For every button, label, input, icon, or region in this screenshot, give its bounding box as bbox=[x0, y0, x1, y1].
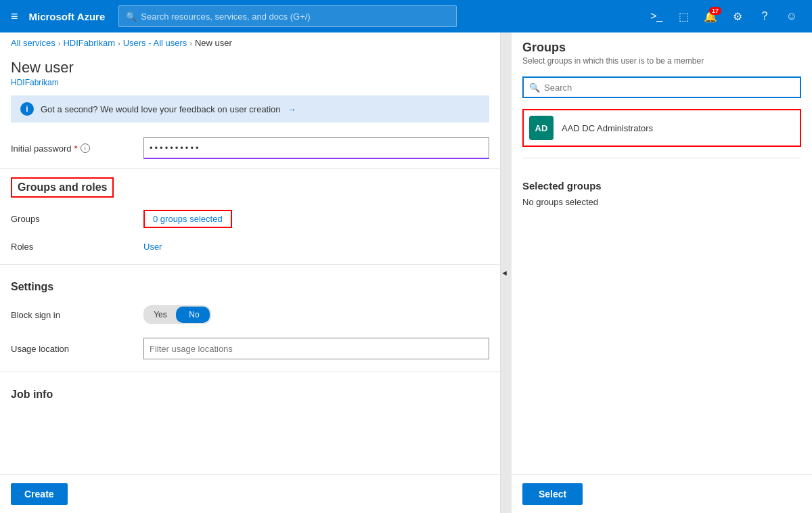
arrow-icon: ◄ bbox=[501, 269, 508, 277]
search-icon: 🔍 bbox=[126, 12, 137, 22]
global-search-box[interactable]: 🔍 Search resources, services, and docs (… bbox=[118, 5, 457, 27]
bottom-action-bar: Create bbox=[0, 474, 500, 513]
page-title: New user bbox=[11, 59, 489, 76]
nav-right-icons: >_ ⬚ 🔔 17 ⚙ ? ☺ bbox=[644, 4, 804, 28]
feedback-link[interactable]: → bbox=[288, 104, 296, 114]
password-section: Initial password * i bbox=[0, 131, 500, 166]
block-signin-toggle[interactable]: Yes No bbox=[143, 305, 211, 324]
usage-location-input[interactable] bbox=[143, 338, 489, 359]
toggle-yes-label: Yes bbox=[143, 310, 177, 319]
groups-roles-section: Groups and roles Groups 0 groups selecte… bbox=[0, 172, 500, 259]
groups-label: Groups bbox=[11, 214, 133, 224]
roles-link[interactable]: User bbox=[143, 242, 162, 252]
settings-section: Settings Block sign in Yes No Usage loca… bbox=[0, 275, 500, 366]
portal-feedback-icon[interactable]: ⬚ bbox=[671, 4, 696, 28]
right-panel: Groups Select groups in which this user … bbox=[512, 32, 812, 513]
group-avatar-aad: AD bbox=[529, 116, 554, 140]
breadcrumb-hdi[interactable]: HDIFabrikam bbox=[63, 38, 115, 48]
required-indicator: * bbox=[74, 143, 78, 154]
groups-row: Groups 0 groups selected bbox=[11, 203, 489, 235]
settings-heading: Settings bbox=[11, 275, 489, 298]
feedback-text: Got a second? We would love your feedbac… bbox=[41, 104, 281, 114]
select-button[interactable]: Select bbox=[522, 483, 583, 505]
feedback-banner: i Got a second? We would love your feedb… bbox=[11, 95, 489, 122]
block-signin-label: Block sign in bbox=[11, 310, 133, 320]
roles-row: Roles User bbox=[11, 235, 489, 259]
groups-search-input[interactable] bbox=[544, 83, 794, 93]
job-info-heading: Job info bbox=[11, 383, 489, 406]
password-input[interactable] bbox=[143, 137, 489, 159]
select-button-container: Select bbox=[512, 474, 812, 513]
group-item-aad[interactable]: AD AAD DC Administrators bbox=[522, 109, 801, 147]
usage-location-row: Usage location bbox=[11, 331, 489, 366]
main-layout: All services › HDIFabrikam › Users - All… bbox=[0, 32, 812, 513]
collapse-panel-arrow[interactable]: ◄ bbox=[501, 32, 512, 513]
breadcrumb-all-services[interactable]: All services bbox=[11, 38, 55, 48]
selected-groups-title: Selected groups bbox=[522, 180, 801, 192]
breadcrumb-users[interactable]: Users - All users bbox=[123, 38, 187, 48]
breadcrumb-sep-3: › bbox=[189, 39, 192, 47]
info-icon: i bbox=[20, 102, 34, 116]
notification-badge: 17 bbox=[709, 7, 721, 15]
search-placeholder-text: Search resources, services, and docs (G+… bbox=[141, 12, 310, 22]
breadcrumb-sep-1: › bbox=[58, 39, 61, 47]
help-icon[interactable]: ? bbox=[752, 4, 777, 28]
page-header: New user HDIFabrikam bbox=[0, 53, 500, 95]
toggle-no-label: No bbox=[177, 310, 211, 319]
cloud-shell-icon[interactable]: >_ bbox=[644, 4, 669, 28]
groups-selected-button[interactable]: 0 groups selected bbox=[143, 210, 232, 228]
top-navigation: ≡ Microsoft Azure 🔍 Search resources, se… bbox=[0, 0, 812, 32]
selected-groups-section: Selected groups No groups selected bbox=[512, 169, 812, 218]
page-subtitle: HDIFabrikam bbox=[11, 78, 489, 87]
right-panel-subtitle: Select groups in which this user is to b… bbox=[522, 56, 801, 66]
group-name-aad: AAD DC Administrators bbox=[562, 123, 653, 133]
no-groups-text: No groups selected bbox=[522, 197, 801, 207]
group-list: AD AAD DC Administrators bbox=[512, 104, 812, 152]
user-profile-icon[interactable]: ☺ bbox=[780, 4, 804, 28]
search-box-icon: 🔍 bbox=[529, 83, 540, 93]
right-panel-title: Groups bbox=[522, 41, 801, 55]
password-info-icon[interactable]: i bbox=[81, 143, 90, 153]
password-row: Initial password * i bbox=[11, 131, 489, 166]
password-label: Initial password * i bbox=[11, 143, 133, 154]
right-panel-header: Groups Select groups in which this user … bbox=[512, 32, 812, 71]
job-info-section: Job info bbox=[0, 383, 500, 406]
breadcrumb: All services › HDIFabrikam › Users - All… bbox=[0, 32, 500, 53]
groups-search-box[interactable]: 🔍 bbox=[522, 76, 801, 98]
azure-logo-title: Microsoft Azure bbox=[29, 11, 106, 22]
notifications-icon[interactable]: 🔔 17 bbox=[698, 4, 723, 28]
left-panel: All services › HDIFabrikam › Users - All… bbox=[0, 32, 501, 513]
roles-label: Roles bbox=[11, 242, 133, 252]
create-button[interactable]: Create bbox=[11, 483, 68, 505]
breadcrumb-new-user: New user bbox=[195, 38, 232, 48]
settings-icon[interactable]: ⚙ bbox=[725, 4, 750, 28]
groups-roles-heading: Groups and roles bbox=[11, 177, 114, 198]
usage-location-label: Usage location bbox=[11, 344, 133, 354]
block-signin-row: Block sign in Yes No bbox=[11, 298, 489, 331]
breadcrumb-sep-2: › bbox=[118, 39, 120, 47]
hamburger-menu-icon[interactable]: ≡ bbox=[8, 7, 21, 26]
